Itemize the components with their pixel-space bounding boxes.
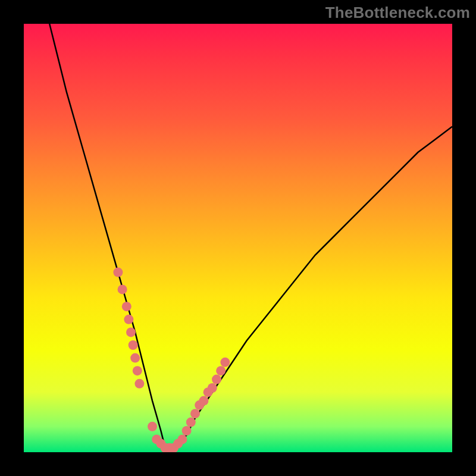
data-marker xyxy=(177,434,187,444)
data-marker xyxy=(148,422,157,431)
data-marker xyxy=(133,366,142,375)
data-marker xyxy=(130,353,140,363)
data-marker xyxy=(126,327,136,337)
chart-svg xyxy=(24,24,452,452)
data-marker xyxy=(220,358,230,367)
data-marker xyxy=(134,379,144,389)
bottleneck-curve xyxy=(49,24,452,448)
data-marker xyxy=(113,268,123,277)
data-marker xyxy=(124,315,133,324)
data-marker xyxy=(208,383,217,393)
data-marker xyxy=(190,409,200,418)
watermark-text: TheBottleneck.com xyxy=(325,4,470,22)
data-marker xyxy=(186,418,196,427)
data-marker xyxy=(129,340,138,350)
chart-frame: TheBottleneck.com xyxy=(0,0,476,476)
data-marker xyxy=(122,302,131,311)
data-marker xyxy=(212,375,221,384)
data-marker xyxy=(216,366,226,375)
data-marker xyxy=(182,426,192,436)
data-marker xyxy=(199,396,208,406)
chart-plot-area xyxy=(24,24,452,452)
data-marker xyxy=(118,284,127,294)
